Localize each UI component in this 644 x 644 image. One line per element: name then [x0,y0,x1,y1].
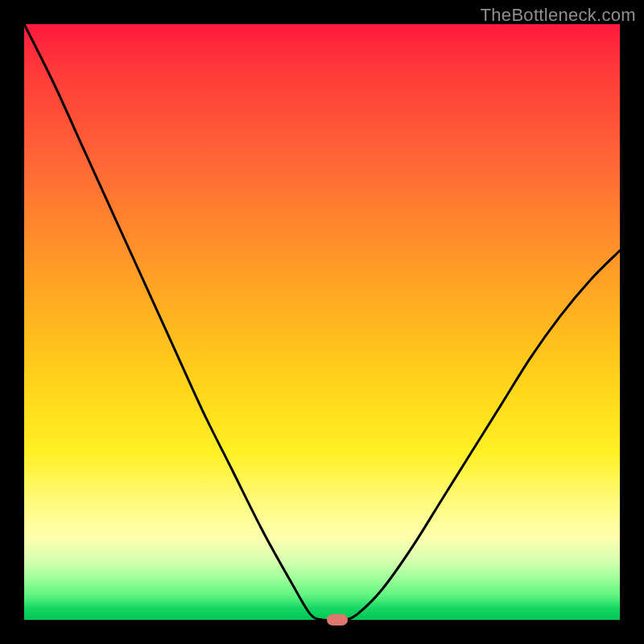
chart-frame: TheBottleneck.com [0,0,644,644]
mismatch-curve [24,24,620,620]
attribution-label: TheBottleneck.com [481,5,636,26]
optimal-point-marker [327,614,348,625]
chart-plot-area [24,24,620,620]
